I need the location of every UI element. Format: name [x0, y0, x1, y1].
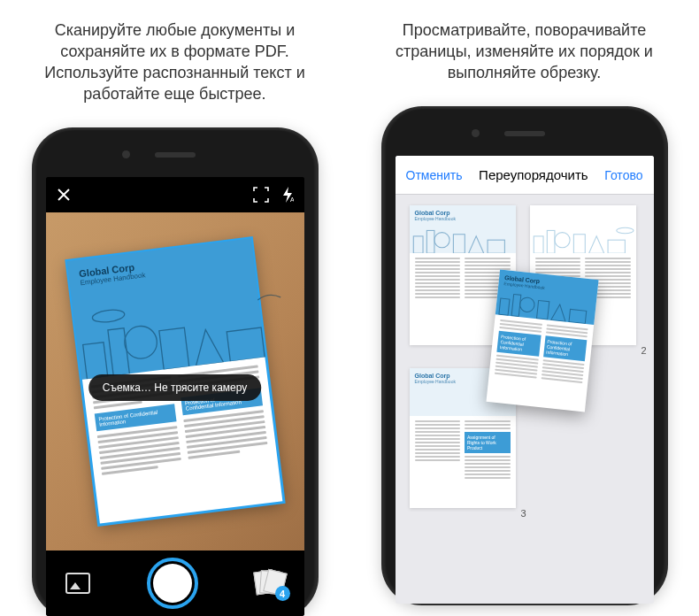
- svg-marker-12: [468, 235, 483, 252]
- promo-panel-scan: Сканируйте любые документы и сохраняйте …: [0, 0, 350, 616]
- svg-rect-21: [498, 298, 509, 315]
- dragging-page-thumbnail[interactable]: Global Corp Employee Handbook: [486, 270, 598, 412]
- svg-point-23: [518, 297, 534, 313]
- flash-icon[interactable]: A: [281, 187, 294, 203]
- phone-mockup-reorder: Отменить Переупорядочить Готово Global C…: [383, 108, 666, 604]
- svg-marker-18: [588, 235, 603, 252]
- promo-panel-reorder: Просматривайте, поворачивайте страницы, …: [350, 0, 699, 616]
- svg-rect-1: [82, 342, 107, 379]
- camera-topbar: A: [46, 177, 304, 212]
- phone-screen-reorder: Отменить Переупорядочить Готово Global C…: [396, 156, 654, 604]
- svg-point-20: [616, 227, 633, 233]
- page-stack-button[interactable]: 4: [255, 571, 285, 596]
- page-count-badge: 4: [275, 586, 290, 601]
- svg-rect-19: [608, 240, 625, 253]
- auto-detect-icon[interactable]: [253, 187, 269, 203]
- svg-point-16: [554, 232, 569, 247]
- phone-mockup-scan: A Global Corp Employee Handbook: [34, 129, 317, 616]
- promo-caption-scan: Сканируйте любые документы и сохраняйте …: [25, 19, 326, 104]
- reorder-grid: Global Corp Employee Handbook: [396, 195, 654, 604]
- svg-rect-9: [426, 230, 434, 253]
- reorder-navbar: Отменить Переупорядочить Готово: [396, 156, 654, 195]
- svg-rect-6: [227, 327, 265, 361]
- capture-toast: Съемка… Не трясите камеру: [88, 374, 262, 401]
- navbar-title: Переупорядочить: [479, 167, 588, 182]
- svg-point-7: [91, 308, 125, 323]
- cancel-button[interactable]: Отменить: [406, 168, 463, 182]
- svg-rect-24: [536, 301, 549, 320]
- page-number: 3: [521, 508, 526, 519]
- svg-rect-26: [568, 310, 586, 324]
- camera-bottombar: 4: [46, 551, 304, 616]
- close-icon[interactable]: [57, 188, 71, 202]
- camera-viewport: Global Corp Employee Handbook: [46, 212, 304, 551]
- document-section-heading: Protection of Confidential Information: [94, 404, 176, 431]
- svg-marker-5: [191, 327, 223, 366]
- promo-caption-reorder: Просматривайте, поворачивайте страницы, …: [374, 19, 675, 83]
- svg-marker-25: [550, 304, 566, 322]
- svg-rect-11: [453, 234, 465, 252]
- svg-rect-17: [573, 234, 585, 252]
- svg-rect-4: [158, 327, 188, 370]
- svg-rect-14: [534, 235, 543, 252]
- phone-screen-scan: A Global Corp Employee Handbook: [46, 177, 304, 616]
- svg-point-10: [434, 232, 449, 247]
- svg-rect-22: [511, 295, 521, 317]
- svg-text:A: A: [290, 196, 294, 203]
- shutter-button[interactable]: [147, 558, 198, 609]
- gallery-icon[interactable]: [65, 573, 90, 594]
- svg-rect-8: [413, 235, 423, 252]
- done-button[interactable]: Готово: [604, 168, 642, 182]
- svg-rect-13: [488, 240, 504, 253]
- svg-rect-15: [547, 230, 555, 253]
- page-number: 2: [641, 345, 647, 356]
